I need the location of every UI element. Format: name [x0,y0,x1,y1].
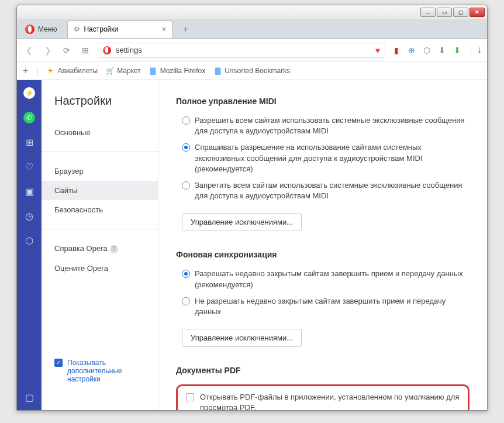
nav-item-security[interactable]: Безопасность [42,200,158,219]
window-titlebar [17,5,487,19]
window-maximize-button[interactable] [453,8,468,17]
section-title: Документы PDF [176,366,470,375]
rail-heart-icon[interactable]: ♡ [23,161,35,173]
nav-item-rate[interactable]: Оцените Opera [42,259,158,278]
window-close-button[interactable] [470,8,485,17]
radio-checked-icon [182,270,190,278]
extension-icon-1[interactable]: ▮ [391,45,402,56]
opera-logo-icon [25,25,34,34]
url-field[interactable]: ♥ [98,43,385,58]
window-restore-button[interactable] [437,8,452,17]
settings-title: Настройки [42,94,158,118]
midi-radio-block[interactable]: Запретить всем сайтам использовать систе… [182,180,470,201]
download-icon[interactable]: ⬇ [437,45,447,56]
show-advanced-checkbox[interactable]: ✓ Показывать дополнительные настройки [42,353,158,389]
extension-icon-3[interactable]: ⬡ [422,45,432,56]
bgsync-radio-block[interactable]: Не разрешать недавно закрытым сайтам зав… [182,296,470,317]
browser-window: Меню ⚙ Настройки × + ❮ ❯ ⟳ ⊞ ♥ ▮ ⊕ ⬡ ⬇ ⬇… [16,5,488,411]
settings-content: Полное управление MIDI Разрешить всем са… [158,80,487,410]
messenger-icon[interactable]: ⚡ [23,87,35,99]
speed-dial-button[interactable]: ⊞ [79,44,92,57]
opera-menu-button[interactable]: Меню [19,22,63,36]
pdf-highlighted-box: Открывать PDF-файлы в приложении, устано… [176,384,470,410]
bgsync-exceptions-button[interactable]: Управление исключениями... [182,329,302,347]
bgsync-radio-allow[interactable]: Разрешать недавно закрытым сайтам заверш… [182,269,470,290]
menu-label: Меню [38,25,57,33]
whatsapp-icon[interactable]: ✆ [23,112,35,123]
midi-radio-allow[interactable]: Разрешить всем сайтам использовать систе… [182,115,470,136]
nav-forward-button[interactable]: ❯ [42,44,54,57]
section-title: Полное управление MIDI [176,97,470,106]
address-bar: ❮ ❯ ⟳ ⊞ ♥ ▮ ⊕ ⬡ ⬇ ⬇ ⤓ [17,39,487,61]
folder-icon: ▇ [213,67,222,75]
extension-icons: ▮ ⊕ ⬡ ⬇ ⬇ ⤓ [391,45,481,56]
add-bookmark-button[interactable]: + [23,66,28,76]
tab-settings[interactable]: ⚙ Настройки × [67,20,172,38]
radio-checked-icon [182,143,190,152]
nav-reload-button[interactable]: ⟳ [60,44,73,57]
url-opera-icon [103,46,111,54]
bookmark-heart-icon[interactable]: ♥ [375,46,380,55]
cart-icon: 🛒 [106,67,114,75]
tab-title: Настройки [84,25,118,33]
radio-icon [182,181,190,190]
extension-icon-4[interactable]: ⬇ [452,45,462,56]
midi-section: Полное управление MIDI Разрешить всем са… [176,97,470,231]
gear-icon: ⚙ [74,25,80,33]
window-minimize-button[interactable] [420,8,436,17]
bgsync-section: Фоновая синхронизация Разрешать недавно … [176,250,470,347]
settings-sidebar: Настройки Основные Браузер Сайты Безопас… [42,80,158,410]
rail-panel-icon[interactable]: ▢ [23,391,35,403]
nav-back-button[interactable]: ❮ [23,44,36,57]
bookmark-item[interactable]: ✈Авиабилеты [46,67,98,75]
folder-icon: ▇ [149,67,157,75]
bookmark-item[interactable]: ▇Unsorted Bookmarks [213,67,290,75]
nav-item-help[interactable]: Справка Opera [42,239,158,259]
nav-item-basic[interactable]: Основные [42,123,158,142]
pdf-checkbox-label: Открывать PDF-файлы в приложении, устано… [200,392,460,410]
pdf-checkbox[interactable] [186,393,194,401]
section-title: Фоновая синхронизация [176,250,470,259]
bookmark-item[interactable]: ▇Mozilla Firefox [149,67,205,75]
tab-close-icon[interactable]: × [161,25,166,34]
url-input[interactable] [116,46,371,54]
tab-bar: Меню ⚙ Настройки × + [17,19,487,39]
checkmark-icon: ✓ [54,359,63,367]
midi-radio-ask[interactable]: Спрашивать разрешение на использование с… [182,142,470,174]
rail-grid-icon[interactable]: ⊞ [23,136,35,148]
bookmark-item[interactable]: 🛒Маркет [106,67,141,75]
rail-news-icon[interactable]: ▣ [23,185,35,197]
radio-icon [182,297,190,305]
pdf-section-container: Документы PDF Открывать PDF-файлы в прил… [176,366,470,410]
side-rail: ⚡ ✆ ⊞ ♡ ▣ ◷ ⬡ ▢ [17,80,42,410]
rail-cube-icon[interactable]: ⬡ [23,235,35,246]
extension-icon-2[interactable]: ⊕ [406,45,417,56]
rail-history-icon[interactable]: ◷ [23,210,35,222]
radio-icon [182,116,190,125]
content-area: ⚡ ✆ ⊞ ♡ ▣ ◷ ⬡ ▢ Настройки Основные Брауз… [17,80,487,410]
midi-exceptions-button[interactable]: Управление исключениями... [182,213,302,231]
downloads-panel-icon[interactable]: ⤓ [471,45,481,56]
new-tab-button[interactable]: + [178,22,192,36]
nav-item-browser[interactable]: Браузер [42,161,158,181]
plane-icon: ✈ [46,67,54,75]
nav-item-sites[interactable]: Сайты [42,181,158,200]
bookmarks-bar: + | ✈Авиабилеты 🛒Маркет ▇Mozilla Firefox… [17,61,487,80]
